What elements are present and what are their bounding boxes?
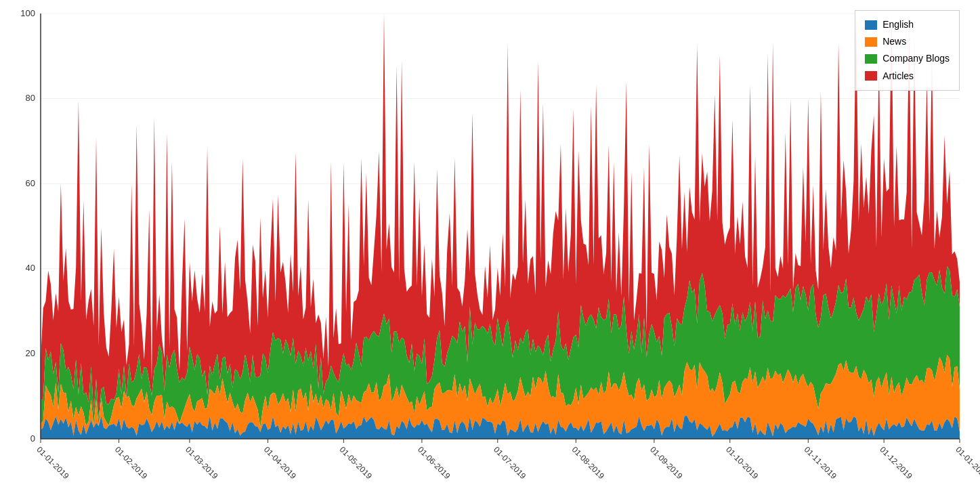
legend-color-english: [865, 20, 877, 30]
legend-color-articles: [865, 71, 877, 81]
legend-color-news: [865, 37, 877, 47]
chart-legend: English News Company Blogs Articles: [855, 10, 960, 91]
legend-color-company-blogs: [865, 54, 877, 64]
chart-container: English News Company Blogs Articles: [0, 0, 980, 493]
legend-item-articles: Articles: [865, 68, 950, 85]
legend-label-company-blogs: Company Blogs: [882, 50, 950, 67]
legend-label-english: English: [882, 16, 914, 33]
legend-item-company-blogs: Company Blogs: [865, 50, 950, 67]
legend-label-news: News: [882, 33, 906, 50]
legend-item-news: News: [865, 33, 950, 50]
legend-item-english: English: [865, 16, 950, 33]
chart-canvas: [0, 0, 980, 493]
legend-label-articles: Articles: [882, 68, 914, 85]
